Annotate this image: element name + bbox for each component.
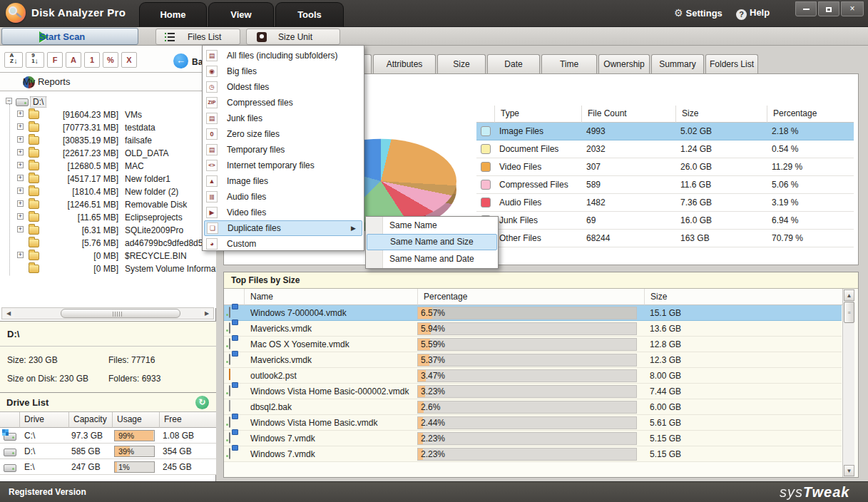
tab-folders-list[interactable]: Folders List — [705, 54, 758, 73]
tab-date[interactable]: Date — [487, 54, 540, 73]
menu-item-junk-files[interactable]: ▤Junk files — [204, 111, 362, 126]
drive-row-d[interactable]: D:\ 585 GB 39% 354 GB — [0, 444, 216, 459]
expand-icon[interactable]: + — [17, 200, 24, 207]
drive-column-header[interactable]: Drive — [20, 412, 69, 428]
usage-column-header[interactable]: Usage — [113, 412, 160, 428]
back-button[interactable]: ← — [173, 53, 188, 68]
capacity-column-header[interactable]: Capacity — [69, 412, 113, 428]
scroll-down-arrow[interactable]: ▼ — [844, 465, 854, 476]
filter-f-button[interactable]: F — [47, 52, 63, 68]
type-row-document-files[interactable]: Document Files 2032 1.24 GB 0.54 % — [476, 140, 854, 158]
percentage-column-header[interactable]: Percentage — [417, 289, 644, 305]
sort-az-button[interactable]: AZ↓ — [4, 52, 23, 68]
tree-item[interactable]: [5.76 MB]ad46799bc9dfed8d525 — [0, 237, 216, 250]
name-column-header[interactable]: Name — [244, 289, 417, 305]
tree-root-row[interactable]: − D:\ — [0, 96, 216, 108]
collapse-icon[interactable]: − — [6, 98, 12, 104]
file-row[interactable]: Windows 7-000004.vmdk 6.57% 15.1 GB — [224, 305, 842, 321]
file-row[interactable]: Mavericks.vmdk 5.94% 13.6 GB — [224, 321, 842, 337]
tree-item[interactable]: +[30835.19 MB]failsafe — [0, 134, 216, 147]
settings-button[interactable]: ⚙Settings — [674, 7, 723, 19]
menu-item-compressed-files[interactable]: ZIPCompressed files — [204, 95, 362, 111]
expand-icon[interactable]: + — [17, 213, 24, 220]
tree-item[interactable]: [0 MB]System Volume Informat — [0, 262, 216, 275]
file-row[interactable]: Mavericks.vmdk 5.37% 12.3 GB — [224, 352, 842, 368]
tab-summary[interactable]: Summary — [651, 54, 704, 73]
tree-item[interactable]: +[4517.17 MB]New folder1 — [0, 173, 216, 185]
menu-item-big-files[interactable]: ◉Big files — [204, 63, 362, 79]
file-row[interactable]: outlook2.pst 3.47% 8.00 GB — [224, 368, 842, 384]
help-button[interactable]: ?Help — [736, 7, 770, 20]
menu-item-custom[interactable]: ◕Custom — [204, 236, 362, 252]
tab-tools[interactable]: Tools — [275, 2, 344, 27]
free-column-header[interactable]: Free — [160, 412, 216, 428]
scroll-left-arrow[interactable]: ◀ — [3, 309, 14, 318]
filter-x-button[interactable]: X — [121, 52, 137, 68]
submenu-item-same-name-and-size[interactable]: Same Name and Size — [367, 234, 497, 250]
filter-percent-button[interactable]: % — [103, 52, 118, 68]
type-row-other-files[interactable]: Other Files 68244 163 GB 70.79 % — [476, 230, 854, 247]
tree-item[interactable]: +[6.31 MB]SQLite2009Pro — [0, 224, 216, 237]
size-unit-button[interactable]: Size Unit — [246, 29, 340, 45]
type-row-image-files[interactable]: Image Files 4993 5.02 GB 2.18 % — [476, 123, 854, 140]
type-row-compressed-files[interactable]: Compressed Files 589 11.6 GB 5.06 % — [476, 176, 854, 194]
type-row-junk-files[interactable]: Junk Files 69 16.0 GB 6.94 % — [476, 212, 854, 230]
tree-item[interactable]: +[1810.4 MB]New folder (2) — [0, 185, 216, 198]
tree-item[interactable]: +[0 MB]$RECYCLE.BIN — [0, 250, 216, 262]
sort-numeric-button[interactable]: 91↓ — [26, 52, 44, 68]
expand-icon[interactable]: + — [17, 175, 24, 181]
expand-icon[interactable]: + — [17, 252, 24, 258]
percentage-column-header[interactable]: Percentage — [767, 106, 854, 123]
minimize-button[interactable] — [795, 1, 817, 16]
submenu-item-same-name-and-date[interactable]: Same Name and Date — [367, 251, 497, 267]
menu-item-audio-files[interactable]: |||Audio files — [204, 189, 362, 205]
file-row[interactable]: Windows 7.vmdk 2.23% 5.15 GB — [224, 431, 842, 446]
scrollbar-thumb[interactable]: ≡ — [844, 302, 854, 323]
size-column-header[interactable]: Size — [644, 289, 842, 305]
menu-item-temporary-files[interactable]: ▤Temporary files — [204, 142, 362, 158]
close-button[interactable]: × — [841, 1, 864, 16]
tab-view[interactable]: View — [208, 2, 274, 27]
expand-icon[interactable]: + — [17, 111, 24, 117]
tab-size[interactable]: Size — [437, 54, 486, 73]
tree-item[interactable]: +[22617.23 MB]OLD_DATA — [0, 147, 216, 160]
tree-item[interactable]: +[70773.31 MB]testdata — [0, 121, 216, 134]
top-files-vertical-scrollbar[interactable]: ▲ ≡ ▼ — [842, 289, 854, 477]
filter-1-button[interactable]: 1 — [84, 52, 100, 68]
files-list-button[interactable]: Files List — [155, 29, 240, 45]
scroll-right-arrow[interactable]: ▶ — [201, 309, 213, 318]
expand-icon[interactable]: + — [17, 188, 24, 194]
tab-attributes[interactable]: Attributes — [373, 54, 436, 73]
expand-icon[interactable]: + — [17, 149, 24, 155]
file-row[interactable]: Windows Vista Home Basic.vmdk 2.44% 5.61… — [224, 415, 842, 431]
file-count-column-header[interactable]: File Count — [581, 106, 675, 123]
tab-ownership[interactable]: Ownership — [598, 54, 650, 73]
tree-item[interactable]: +[11.65 MB]Eclipseprojects — [0, 211, 216, 224]
menu-item-internet-temporary-files[interactable]: <>Internet temporary files — [204, 158, 362, 173]
tree-item[interactable]: +[91604.23 MB]VMs — [0, 108, 216, 121]
menu-item-video-files[interactable]: ▶Video files — [204, 205, 362, 220]
menu-item-zero-size-files[interactable]: 0Zero size files — [204, 126, 362, 142]
submenu-item-same-name[interactable]: Same Name — [367, 217, 497, 234]
file-row[interactable]: Mac OS X Yosemite.vmdk 5.59% 12.8 GB — [224, 337, 842, 352]
menu-item-image-files[interactable]: ▲Image files — [204, 173, 362, 189]
tab-home[interactable]: Home — [139, 2, 207, 27]
tree-item[interactable]: +[1246.51 MB]Removable Disk — [0, 198, 216, 211]
menu-item-oldest-files[interactable]: ◷Oldest files — [204, 79, 362, 95]
menu-item-all-files[interactable]: ▤All files (including subfolders) — [204, 48, 362, 63]
file-row[interactable]: Windows 7.vmdk 2.23% 5.15 GB — [224, 446, 842, 462]
start-scan-button[interactable]: Start Scan — [1, 28, 138, 45]
scrollbar-thumb[interactable] — [61, 309, 180, 318]
file-row[interactable]: dbsql2.bak 2.6% 6.00 GB — [224, 399, 842, 415]
tree-item[interactable]: +[12680.5 MB]MAC — [0, 160, 216, 173]
expand-icon[interactable]: + — [17, 162, 24, 168]
maximize-button[interactable] — [818, 1, 839, 16]
drive-row-c[interactable]: C:\ 97.3 GB 99% 1.08 GB — [0, 428, 216, 444]
menu-item-duplicate-files[interactable]: ❏Duplicate files▶ — [204, 220, 362, 236]
expand-icon[interactable]: + — [17, 226, 24, 232]
type-column-header[interactable]: Type — [494, 106, 581, 123]
filter-a-button[interactable]: A — [66, 52, 81, 68]
tab-time[interactable]: Time — [541, 54, 597, 73]
tree-horizontal-scrollbar[interactable]: ◀ ▶ — [1, 307, 214, 319]
drive-row-e[interactable]: E:\ 247 GB 1% 245 GB — [0, 459, 216, 475]
